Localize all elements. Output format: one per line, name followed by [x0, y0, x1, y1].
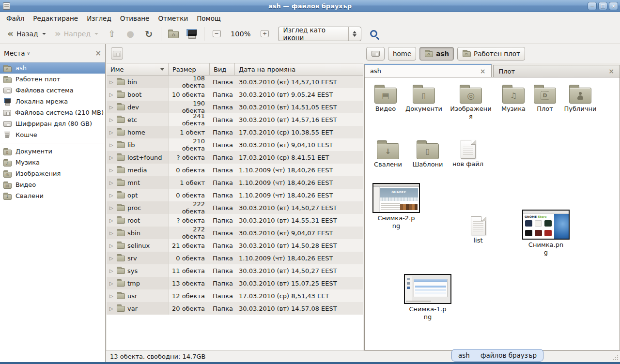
sidebar-item-Документи[interactable]: ▯Документи: [0, 146, 105, 157]
menu-item-Отиване[interactable]: Отиване: [116, 14, 154, 23]
menu-item-Помощ[interactable]: Помощ: [192, 14, 225, 23]
expander-icon[interactable]: ▷: [109, 130, 114, 135]
expander-icon[interactable]: ▷: [109, 167, 114, 173]
tab-close-icon[interactable]: ×: [480, 67, 486, 75]
back-button[interactable]: « Назад: [4, 28, 49, 40]
sidebar-item-Локална мрежа[interactable]: Локална мрежа: [0, 96, 105, 107]
expander-icon[interactable]: ▷: [109, 306, 114, 311]
sidebar-item-Файлова система[interactable]: Файлова система: [0, 85, 105, 96]
table-row[interactable]: ▷lost+found? обектаПапка17.03.2010 (ср) …: [107, 151, 363, 164]
table-row[interactable]: ▷proc222 обектаПапка30.03.2010 (вт) 14,5…: [107, 201, 363, 214]
tab-ash[interactable]: ash×: [364, 64, 492, 77]
icon-view-item-Изображения[interactable]: Изображения: [447, 83, 495, 121]
expander-icon[interactable]: ▷: [109, 193, 114, 198]
table-row[interactable]: ▷lib210 обектаПапка30.03.2010 (вт) 9,04,…: [107, 138, 363, 151]
forward-dropdown-icon[interactable]: [94, 33, 98, 35]
tab-close-icon[interactable]: ×: [608, 67, 614, 75]
path-button-drive[interactable]: [366, 47, 385, 61]
icon-view-item-list[interactable]: list: [454, 214, 502, 244]
icon-view-item-нов файл[interactable]: нов файл: [444, 138, 492, 168]
icon-view-item-Документи[interactable]: Документи: [400, 83, 448, 113]
path-button-ash[interactable]: ⌂ash: [419, 47, 454, 61]
icon-view-item-Снимка-1.png[interactable]: Снимка-1.png: [403, 274, 452, 321]
table-row[interactable]: ▷bin108 обектаПапка30.03.2010 (вт) 14,57…: [107, 76, 363, 88]
expander-icon[interactable]: ▷: [109, 243, 114, 248]
table-row[interactable]: ▷tmp13 обектаПапка30.03.2010 (вт) 15,07,…: [107, 277, 363, 289]
sidebar-item-Видео[interactable]: ▤Видео: [0, 179, 105, 190]
table-row[interactable]: ▷home1 обектПапка17.03.2010 (ср) 10,38,5…: [107, 126, 363, 138]
minimize-button[interactable]: −: [588, 2, 597, 10]
sidebar-item-Шифриран дял (80 GB)[interactable]: Шифриран дял (80 GB): [0, 118, 105, 129]
places-title[interactable]: Места: [4, 49, 25, 57]
table-row[interactable]: ▷boot10 обектаПапка30.03.2010 (вт) 9,05,…: [107, 88, 363, 101]
table-row[interactable]: ▷sys11 обектаПапка30.03.2010 (вт) 14,50,…: [107, 264, 363, 277]
view-mode-select[interactable]: Изглед като икони: [278, 27, 361, 41]
table-row[interactable]: ▷sbin272 обектаПапка30.03.2010 (вт) 9,04…: [107, 227, 363, 239]
expander-icon[interactable]: ▷: [109, 180, 114, 185]
tab-Плот[interactable]: Плот×: [493, 65, 620, 77]
table-row[interactable]: ▷dev190 обектаПапка30.03.2010 (вт) 14,51…: [107, 101, 363, 113]
expander-icon[interactable]: ▷: [109, 142, 114, 148]
table-row[interactable]: ▷media0 обектаПапка1.10.2009 (чт) 18,40,…: [107, 164, 363, 176]
places-chevron-icon[interactable]: ∨: [27, 51, 31, 56]
menu-item-Редактиране[interactable]: Редактиране: [29, 14, 82, 23]
icon-view-item-Публични[interactable]: Публични: [556, 83, 604, 113]
reload-button[interactable]: ↻: [140, 26, 157, 42]
column-header-date[interactable]: Дата на промяна: [235, 63, 363, 75]
menu-item-Файл[interactable]: Файл: [2, 14, 29, 23]
drive-mini-button[interactable]: [111, 47, 123, 60]
table-row[interactable]: ▷opt0 обектаПапка1.10.2009 (чт) 18,40,26…: [107, 189, 363, 201]
search-button[interactable]: [363, 26, 380, 42]
sidebar-item-Файлова система (210 MB)[interactable]: Файлова система (210 MB): [0, 107, 105, 118]
menu-item-Изглед[interactable]: Изглед: [82, 14, 116, 23]
window-titlebar[interactable]: ash — файлов браузър − □ ×: [0, 0, 620, 12]
view-mode-spinner-icon[interactable]: [348, 27, 361, 41]
expander-icon[interactable]: ▷: [109, 117, 114, 122]
expander-icon[interactable]: ▷: [109, 79, 114, 85]
back-dropdown-icon[interactable]: [42, 33, 46, 35]
column-header-type[interactable]: Вид: [210, 63, 235, 75]
maximize-button[interactable]: □: [598, 2, 607, 10]
taskbar-window-button[interactable]: ash — файлов браузър: [451, 349, 543, 362]
column-header-size[interactable]: Размер: [169, 63, 210, 75]
table-row[interactable]: ▷usr12 обектаПапка17.03.2010 (ср) 8,51,4…: [107, 289, 363, 302]
places-close-icon[interactable]: ×: [95, 49, 101, 58]
forward-button[interactable]: » Напред: [51, 28, 102, 40]
computer-button[interactable]: [184, 26, 200, 42]
path-button-home[interactable]: home: [388, 47, 416, 61]
sidebar-item-Свалени[interactable]: ↓Свалени: [0, 190, 105, 201]
expander-icon[interactable]: ▷: [109, 268, 114, 273]
zoom-in-button[interactable]: +: [257, 26, 273, 42]
table-row[interactable]: ▷srv0 обектаПапка1.10.2009 (чт) 18,40,26…: [107, 252, 363, 264]
resize-grip[interactable]: [613, 355, 619, 361]
column-header-name[interactable]: Име: [107, 63, 169, 75]
expander-icon[interactable]: ▷: [109, 92, 114, 97]
path-button-Работен плот[interactable]: ▫Работен плот: [457, 47, 525, 61]
expander-icon[interactable]: ▷: [109, 230, 114, 236]
table-row[interactable]: ▷mnt1 обектПапка1.10.2009 (чт) 18,40,26 …: [107, 176, 363, 189]
table-row[interactable]: ▷var20 обектаПапка30.03.2010 (вт) 14,57,…: [107, 302, 363, 315]
sidebar-item-Кошче[interactable]: Кошче: [0, 129, 105, 140]
expander-icon[interactable]: ▷: [109, 256, 114, 261]
sidebar-item-Музика[interactable]: ♪Музика: [0, 157, 105, 168]
icon-view[interactable]: ВидеоДокументиИзображенияМузикаПлотПубли…: [364, 77, 620, 350]
expander-icon[interactable]: ▷: [109, 205, 114, 211]
menu-item-Отметки[interactable]: Отметки: [154, 14, 192, 23]
zoom-out-button[interactable]: −: [208, 26, 225, 42]
expander-icon[interactable]: ▷: [109, 218, 114, 223]
table-row[interactable]: ▷etc241 обектаПапка30.03.2010 (вт) 14,57…: [107, 113, 363, 126]
expander-icon[interactable]: ▷: [109, 281, 114, 286]
sidebar-item-ash[interactable]: ⌂ash: [0, 62, 105, 74]
up-button[interactable]: ⇧: [104, 26, 120, 42]
expander-icon[interactable]: ▷: [109, 105, 114, 110]
icon-view-item-Снимка-2.png[interactable]: GUADECСнимка-2.png: [372, 183, 420, 230]
table-row[interactable]: ▷selinux21 обектаПапка30.03.2010 (вт) 14…: [107, 239, 363, 252]
icon-view-item-Снимка.png[interactable]: GNOME StoreСнимка.png: [522, 210, 570, 257]
close-button[interactable]: ×: [609, 2, 618, 10]
table-row[interactable]: ▷root? обектаПапка30.03.2010 (вт) 14,55,…: [107, 214, 363, 227]
expander-icon[interactable]: ▷: [109, 293, 114, 299]
sidebar-item-Изображения[interactable]: ◎Изображения: [0, 168, 105, 179]
expander-icon[interactable]: ▷: [109, 155, 114, 160]
sidebar-item-Работен плот[interactable]: ▫Работен плот: [0, 74, 105, 85]
stop-button[interactable]: ●: [122, 26, 139, 42]
